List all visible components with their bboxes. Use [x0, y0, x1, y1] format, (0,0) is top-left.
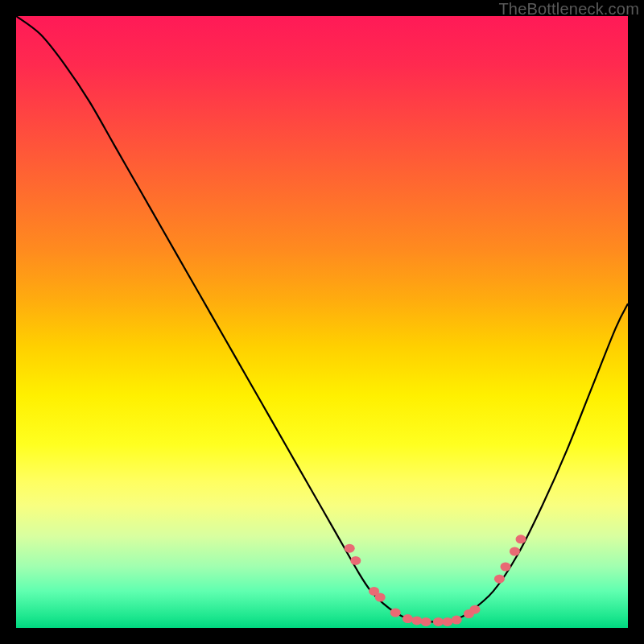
highlight-dot: [402, 614, 413, 623]
highlight-dot: [350, 556, 361, 565]
bottleneck-curve: [16, 16, 628, 622]
highlight-dot: [470, 605, 481, 614]
highlight-dot: [390, 609, 401, 617]
highlight-dot: [375, 593, 386, 602]
highlight-dot: [442, 617, 452, 626]
chart-overlay: [16, 16, 628, 628]
highlight-dot: [421, 617, 431, 626]
highlight-dot: [452, 616, 462, 625]
highlight-dot: [516, 535, 526, 543]
watermark-text: TheBottleneck.com: [498, 0, 639, 19]
highlight-dot: [510, 547, 520, 556]
highlight-dot: [433, 617, 444, 626]
highlight-dot: [345, 544, 355, 553]
highlight-dot: [494, 575, 505, 584]
chart-frame: TheBottleneck.com: [0, 0, 644, 644]
highlight-dot: [411, 616, 422, 625]
highlight-dots: [345, 535, 526, 626]
highlight-dot: [501, 563, 511, 572]
